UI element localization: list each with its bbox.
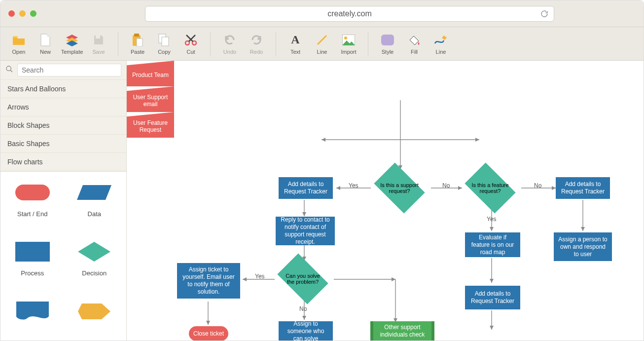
search-icon bbox=[5, 65, 13, 75]
url-text: creately.com bbox=[327, 9, 372, 18]
redo-button[interactable]: Redo bbox=[243, 31, 270, 57]
template-button[interactable]: Template bbox=[59, 31, 85, 57]
palette-document[interactable] bbox=[1, 294, 64, 339]
node-user-feature-request[interactable]: User Feature Request bbox=[127, 112, 174, 138]
open-button[interactable]: Open bbox=[5, 31, 32, 57]
label-no-3: No bbox=[299, 305, 307, 312]
shape-sidebar: Stars And Balloons Arrows Block Shapes B… bbox=[0, 61, 127, 341]
close-window-button[interactable] bbox=[8, 10, 15, 17]
style-swatch-icon bbox=[381, 33, 394, 47]
svg-rect-2 bbox=[137, 38, 143, 46]
reload-icon[interactable] bbox=[540, 9, 549, 18]
image-icon bbox=[342, 33, 356, 47]
line-tool-button[interactable]: Line bbox=[309, 31, 335, 57]
address-bar[interactable]: creately.com bbox=[145, 6, 554, 22]
node-other-support[interactable]: Other support individuals check bbox=[370, 321, 434, 341]
minimize-window-button[interactable] bbox=[19, 10, 26, 17]
file-icon bbox=[38, 33, 52, 47]
svg-point-6 bbox=[192, 41, 196, 45]
paste-button[interactable]: Paste bbox=[124, 31, 151, 57]
category-stars-balloons[interactable]: Stars And Balloons bbox=[0, 80, 126, 98]
undo-button[interactable]: Undo bbox=[216, 31, 243, 57]
label-yes-2: Yes bbox=[487, 216, 497, 223]
label-no-2: No bbox=[534, 182, 541, 189]
svg-rect-10 bbox=[381, 35, 394, 45]
node-add-details-left[interactable]: Add details to Request Tracker bbox=[279, 177, 333, 199]
style-button[interactable]: Style bbox=[374, 31, 401, 57]
copy-button[interactable]: Copy bbox=[151, 31, 178, 57]
import-button[interactable]: Import bbox=[335, 31, 362, 57]
window-controls bbox=[8, 10, 36, 17]
text-tool-button[interactable]: A Text bbox=[282, 31, 309, 57]
line-icon bbox=[315, 33, 329, 47]
node-is-support[interactable]: Is this a support request? bbox=[378, 173, 421, 203]
palette-process[interactable]: Process bbox=[1, 234, 64, 290]
folder-icon bbox=[12, 33, 26, 47]
svg-line-7 bbox=[318, 36, 326, 44]
node-is-feature[interactable]: Is this a feature request? bbox=[469, 173, 511, 203]
node-assign-someone[interactable]: Assign to someone who can solve bbox=[279, 321, 333, 341]
pencil-icon bbox=[434, 33, 448, 47]
maximize-window-button[interactable] bbox=[30, 10, 36, 17]
fill-button[interactable]: Fill bbox=[401, 31, 428, 57]
shape-search-input[interactable] bbox=[17, 64, 121, 76]
text-icon: A bbox=[288, 33, 302, 47]
shape-palette: Start / End Data Process Decision bbox=[0, 171, 126, 341]
node-evaluate-roadmap[interactable]: Evaluate if feature is on our road map bbox=[465, 232, 520, 257]
node-add-details-right[interactable]: Add details to Request Tracker bbox=[556, 177, 610, 199]
save-icon bbox=[92, 33, 106, 47]
label-yes-1: Yes bbox=[349, 182, 358, 189]
diagram-canvas[interactable]: Product Team User Support email User Fea… bbox=[127, 61, 644, 341]
node-add-details-mid[interactable]: Add details to Request Tracker bbox=[465, 286, 520, 309]
clipboard-icon bbox=[131, 33, 144, 47]
node-reply-contact[interactable]: Reply to contact to notify contact of su… bbox=[276, 217, 335, 245]
scissors-icon bbox=[184, 33, 198, 47]
main-toolbar: Open New Template Save Paste Co bbox=[0, 27, 644, 61]
undo-icon bbox=[223, 33, 237, 47]
svg-rect-1 bbox=[134, 34, 139, 37]
new-button[interactable]: New bbox=[32, 31, 59, 57]
palette-start-end[interactable]: Start / End bbox=[1, 175, 64, 231]
label-no-1: No bbox=[442, 182, 450, 189]
node-close-ticket[interactable]: Close ticket bbox=[189, 326, 228, 341]
palette-display[interactable] bbox=[64, 294, 126, 339]
label-yes-3: Yes bbox=[255, 273, 265, 280]
save-button[interactable]: Save bbox=[85, 31, 112, 57]
layers-icon bbox=[65, 33, 79, 47]
redo-icon bbox=[250, 33, 263, 47]
cut-button[interactable]: Cut bbox=[178, 31, 204, 57]
palette-decision[interactable]: Decision bbox=[64, 234, 126, 290]
browser-chrome: creately.com bbox=[0, 0, 644, 27]
category-basic-shapes[interactable]: Basic Shapes bbox=[0, 135, 126, 153]
category-flow-charts[interactable]: Flow charts bbox=[0, 153, 126, 171]
node-assign-person[interactable]: Assign a person to own and respond to us… bbox=[554, 232, 612, 261]
palette-data[interactable]: Data bbox=[64, 175, 126, 231]
node-assign-ticket[interactable]: Assign ticket to yourself. Email user to… bbox=[177, 263, 240, 299]
svg-point-11 bbox=[6, 66, 11, 71]
node-user-support-email[interactable]: User Support email bbox=[127, 86, 174, 112]
node-product-team[interactable]: Product Team bbox=[127, 61, 174, 86]
node-can-solve[interactable]: Can you solve the problem? bbox=[282, 264, 324, 294]
svg-point-5 bbox=[185, 41, 189, 45]
svg-point-9 bbox=[344, 37, 347, 39]
copy-icon bbox=[157, 33, 171, 47]
svg-rect-4 bbox=[162, 37, 169, 46]
line-style-button[interactable]: Line bbox=[428, 31, 454, 57]
paint-bucket-icon bbox=[407, 33, 421, 47]
category-block-shapes[interactable]: Block Shapes bbox=[0, 116, 126, 135]
category-arrows[interactable]: Arrows bbox=[0, 98, 126, 116]
